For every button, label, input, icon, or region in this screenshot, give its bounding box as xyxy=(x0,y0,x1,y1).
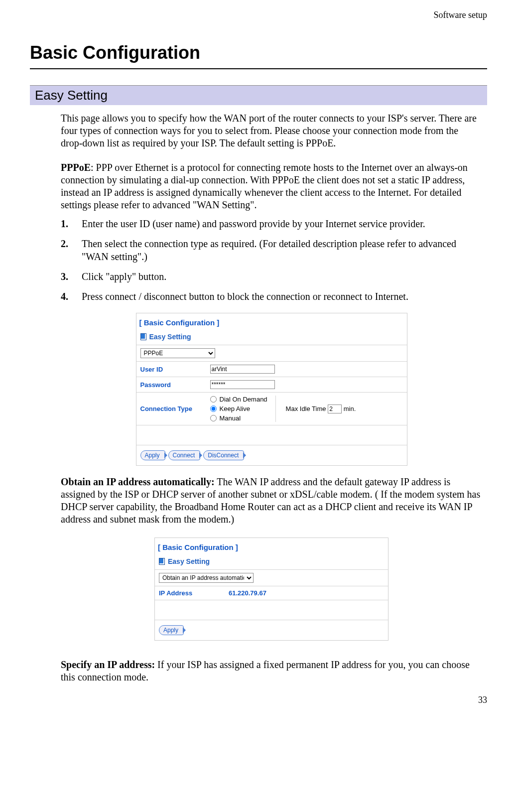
intro-paragraph: This page allows you to specify how the … xyxy=(61,112,482,149)
pppoe-label: PPPoE xyxy=(61,162,91,173)
radio-manual[interactable] xyxy=(210,415,217,421)
step-number: 1. xyxy=(61,217,71,230)
step-item: 1.Enter the user ID (user name) and pass… xyxy=(61,217,482,230)
connection-type-radio-group: Dial On Demand Keep Alive Manual xyxy=(210,396,276,422)
shot1-subheader: Easy Setting xyxy=(149,333,191,341)
step-item: 3.Click "apply" button. xyxy=(61,270,482,283)
document-icon xyxy=(140,333,146,340)
step-number: 2. xyxy=(61,237,71,263)
step-text: Enter the user ID (user name) and passwo… xyxy=(82,217,425,230)
obtain-label: Obtain an IP address automatically: xyxy=(61,476,215,487)
obtain-paragraph: Obtain an IP address automatically: The … xyxy=(61,476,482,526)
user-id-label: User ID xyxy=(136,362,206,377)
title-rule xyxy=(30,68,487,69)
steps-list: 1.Enter the user ID (user name) and pass… xyxy=(61,217,482,303)
step-text: Press connect / disconnect button to blo… xyxy=(82,290,408,303)
connect-button[interactable]: Connect xyxy=(168,450,201,460)
max-idle-input[interactable] xyxy=(328,405,342,413)
section-heading: Easy Setting xyxy=(30,85,487,105)
step-text: Click "apply" button. xyxy=(82,270,166,283)
max-idle-block: Max Idle Time min. xyxy=(286,405,356,413)
radio-dial-label: Dial On Demand xyxy=(220,396,267,403)
apply-button-2[interactable]: Apply xyxy=(159,625,184,635)
page-title: Basic Configuration xyxy=(30,42,487,63)
step-number: 4. xyxy=(61,290,71,303)
apply-button[interactable]: Apply xyxy=(140,450,165,460)
shot2-subheader-row: Easy Setting xyxy=(155,556,388,569)
user-id-input[interactable] xyxy=(210,365,275,374)
step-text: Then select the connection type as requi… xyxy=(82,237,482,263)
idle-label-pre: Max Idle Time xyxy=(286,405,328,412)
password-label: Password xyxy=(136,377,206,393)
connection-type-label: Connection Type xyxy=(136,393,206,425)
pppoe-desc: : PPP over Ethernet is a protocol for co… xyxy=(61,162,468,210)
shot1-subheader-row: Easy Setting xyxy=(136,332,407,345)
step-item: 2.Then select the connection type as req… xyxy=(61,237,482,263)
disconnect-button[interactable]: DisConnect xyxy=(203,450,244,460)
ip-address-value: 61.220.79.67 xyxy=(225,586,388,600)
specify-label: Specify an IP address: xyxy=(61,659,155,670)
connection-mode-select-2[interactable]: Obtain an IP address automatically xyxy=(159,573,254,583)
running-head: Software setup xyxy=(434,10,487,20)
ip-address-label: IP Address xyxy=(155,586,225,600)
radio-manual-label: Manual xyxy=(220,414,241,422)
shot2-header: [ Basic Configuration ] xyxy=(155,538,388,556)
shot2-subheader: Easy Setting xyxy=(168,557,210,565)
step-number: 3. xyxy=(61,270,71,283)
screenshot-basic-config-pppoe: [ Basic Configuration ] Easy Setting PPP… xyxy=(136,313,407,466)
connection-mode-select[interactable]: PPPoE xyxy=(140,348,215,358)
pppoe-paragraph: PPPoE: PPP over Ethernet is a protocol f… xyxy=(61,161,482,211)
specify-paragraph: Specify an IP address: If your ISP has a… xyxy=(61,659,482,683)
radio-keep-label: Keep Alive xyxy=(220,405,250,412)
password-input[interactable] xyxy=(210,380,275,389)
radio-dial-on-demand[interactable] xyxy=(210,396,217,403)
radio-keep-alive[interactable] xyxy=(210,406,217,412)
document-icon xyxy=(159,558,165,565)
screenshot-basic-config-dhcp: [ Basic Configuration ] Easy Setting Obt… xyxy=(154,538,388,641)
page-number: 33 xyxy=(478,695,487,705)
idle-label-post: min. xyxy=(342,405,356,412)
step-item: 4.Press connect / disconnect button to b… xyxy=(61,290,482,303)
shot1-header: [ Basic Configuration ] xyxy=(136,313,407,332)
